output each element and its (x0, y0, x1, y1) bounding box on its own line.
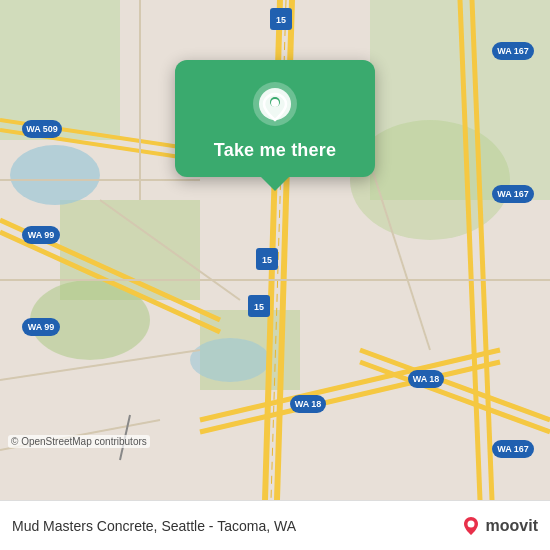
svg-text:WA 167: WA 167 (497, 46, 529, 56)
svg-text:15: 15 (254, 302, 264, 312)
take-me-there-button[interactable]: Take me there (214, 140, 336, 161)
svg-point-8 (190, 338, 270, 382)
svg-text:WA 167: WA 167 (497, 444, 529, 454)
svg-text:WA 18: WA 18 (413, 374, 440, 384)
moovit-brand-text: moovit (486, 517, 538, 535)
svg-text:WA 18: WA 18 (295, 399, 322, 409)
svg-text:WA 99: WA 99 (28, 230, 55, 240)
svg-rect-1 (0, 0, 120, 140)
svg-text:WA 509: WA 509 (26, 124, 58, 134)
svg-point-7 (10, 145, 100, 205)
svg-text:WA 99: WA 99 (28, 322, 55, 332)
osm-attribution: © OpenStreetMap contributors (8, 435, 150, 448)
moovit-logo: moovit (460, 515, 538, 537)
bottom-info-bar: Mud Masters Concrete, Seattle - Tacoma, … (0, 500, 550, 550)
svg-text:15: 15 (276, 15, 286, 25)
svg-text:WA 167: WA 167 (497, 189, 529, 199)
map-view: 15 15 15 WA 509 WA 99 WA 99 WA 167 WA 16… (0, 0, 550, 500)
svg-point-55 (271, 99, 279, 107)
place-name-label: Mud Masters Concrete, Seattle - Tacoma, … (12, 518, 296, 534)
svg-text:15: 15 (262, 255, 272, 265)
moovit-pin-icon (460, 515, 482, 537)
svg-point-56 (467, 520, 474, 527)
location-pin-icon (251, 80, 299, 128)
navigation-popup[interactable]: Take me there (175, 60, 375, 177)
